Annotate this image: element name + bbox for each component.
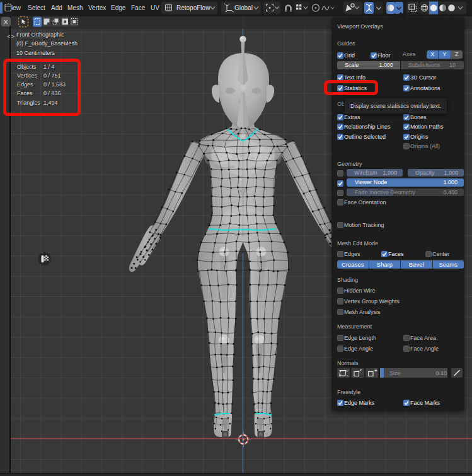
svg-text:0.10: 0.10 — [435, 370, 447, 376]
svg-text:Global: Global — [234, 4, 253, 11]
svg-text:RetopoFlow: RetopoFlow — [176, 4, 210, 11]
svg-text:Size: Size — [389, 370, 401, 376]
